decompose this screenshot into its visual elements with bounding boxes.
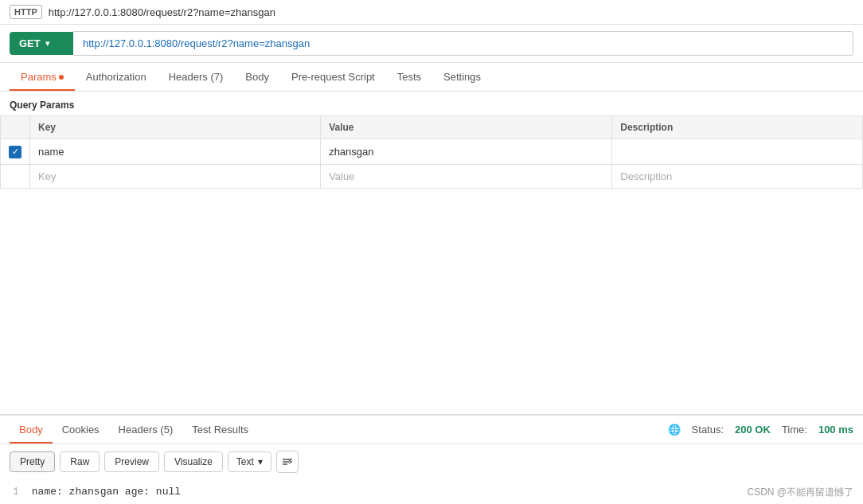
tab-headers[interactable]: Headers (7): [158, 63, 235, 91]
col-value-header: Value: [321, 116, 612, 139]
url-input[interactable]: [73, 31, 853, 56]
title-url: http://127.0.0.1:8080/request/r2?name=zh…: [49, 6, 275, 18]
response-tabs-bar: Body Cookies Headers (5) Test Results 🌐 …: [0, 416, 863, 444]
params-table: Key Value Description ✓ name zhansgan Ke…: [0, 115, 863, 189]
col-key-header: Key: [30, 116, 321, 139]
preview-button[interactable]: Preview: [104, 451, 159, 472]
method-select[interactable]: GET ▾: [10, 32, 73, 55]
method-label: GET: [19, 37, 41, 49]
tab-authorization[interactable]: Authorization: [75, 63, 158, 91]
title-bar: HTTP http://127.0.0.1:8080/request/r2?na…: [0, 0, 863, 25]
format-label: Text: [236, 456, 254, 467]
time-label: Time:: [782, 424, 807, 436]
resp-tab-cookies[interactable]: Cookies: [53, 416, 109, 443]
request-bar: GET ▾: [0, 25, 863, 63]
resp-tab-headers[interactable]: Headers (5): [109, 416, 183, 443]
empty-key[interactable]: Key: [30, 164, 321, 188]
status-code: 200 OK: [735, 424, 771, 436]
row-key[interactable]: name: [30, 139, 321, 165]
format-chevron: ▾: [258, 456, 263, 467]
raw-button[interactable]: Raw: [60, 451, 100, 472]
method-chevron: ▾: [45, 39, 49, 48]
watermark: CSDN @不能再留遗憾了: [747, 486, 853, 499]
table-row: ✓ name zhansgan: [1, 139, 863, 165]
response-body: 1name: zhansgan age: null: [0, 479, 863, 504]
tabs-bar: Params Authorization Headers (7) Body Pr…: [0, 63, 863, 92]
checkbox-checked-icon: ✓: [9, 146, 21, 158]
tab-body[interactable]: Body: [234, 63, 280, 91]
time-value: 100 ms: [818, 424, 853, 436]
status-label: Status:: [692, 424, 724, 436]
params-dot: [59, 75, 64, 80]
row-description[interactable]: [612, 139, 863, 165]
response-toolbar: Pretty Raw Preview Visualize Text ▾: [0, 444, 863, 479]
resp-tab-body[interactable]: Body: [10, 416, 53, 443]
main-content: HTTP http://127.0.0.1:8080/request/r2?na…: [0, 0, 863, 504]
row-checkbox[interactable]: ✓: [1, 139, 30, 165]
wrap-svg: [281, 455, 294, 468]
response-tabs: Body Cookies Headers (5) Test Results: [10, 416, 258, 443]
response-section: Body Cookies Headers (5) Test Results 🌐 …: [0, 414, 863, 504]
format-select[interactable]: Text ▾: [228, 451, 271, 472]
empty-desc[interactable]: Description: [612, 164, 863, 188]
visualize-button[interactable]: Visualize: [164, 451, 223, 472]
section-label: Query Params: [0, 92, 863, 115]
response-line-content: name: zhansgan age: null: [32, 486, 181, 498]
wrap-icon[interactable]: [276, 451, 299, 473]
tab-settings[interactable]: Settings: [432, 63, 492, 91]
empty-checkbox[interactable]: [1, 164, 30, 188]
tab-pre-request-script[interactable]: Pre-request Script: [280, 63, 386, 91]
empty-row: Key Value Description: [1, 164, 863, 188]
pretty-button[interactable]: Pretty: [10, 451, 55, 472]
status-info: 🌐 Status: 200 OK Time: 100 ms: [668, 424, 853, 436]
empty-value[interactable]: Value: [321, 164, 612, 188]
globe-icon: 🌐: [668, 424, 681, 436]
line-number: 1: [13, 486, 19, 498]
col-check-header: [1, 116, 30, 139]
resp-tab-test-results[interactable]: Test Results: [182, 416, 258, 443]
tab-tests[interactable]: Tests: [386, 63, 432, 91]
col-desc-header: Description: [612, 116, 863, 139]
tab-params[interactable]: Params: [10, 63, 75, 91]
row-value[interactable]: zhansgan: [321, 139, 612, 165]
http-badge: HTTP: [10, 5, 42, 19]
